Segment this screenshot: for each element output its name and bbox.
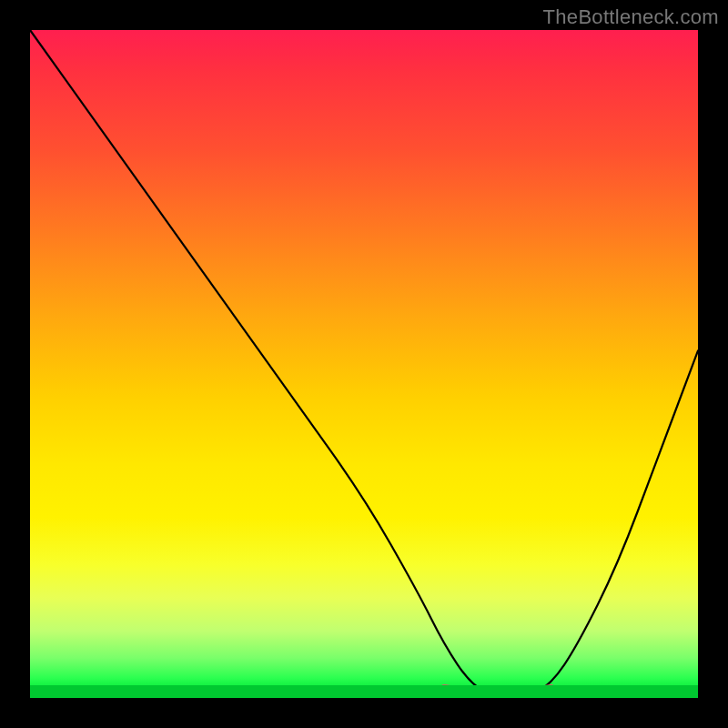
chart-svg [30, 30, 698, 698]
optimal-range-mark [444, 689, 551, 693]
attribution-label: TheBottleneck.com [543, 5, 719, 29]
bottleneck-curve [30, 30, 698, 698]
plot-area [30, 30, 698, 698]
chart-frame: TheBottleneck.com [0, 0, 728, 728]
